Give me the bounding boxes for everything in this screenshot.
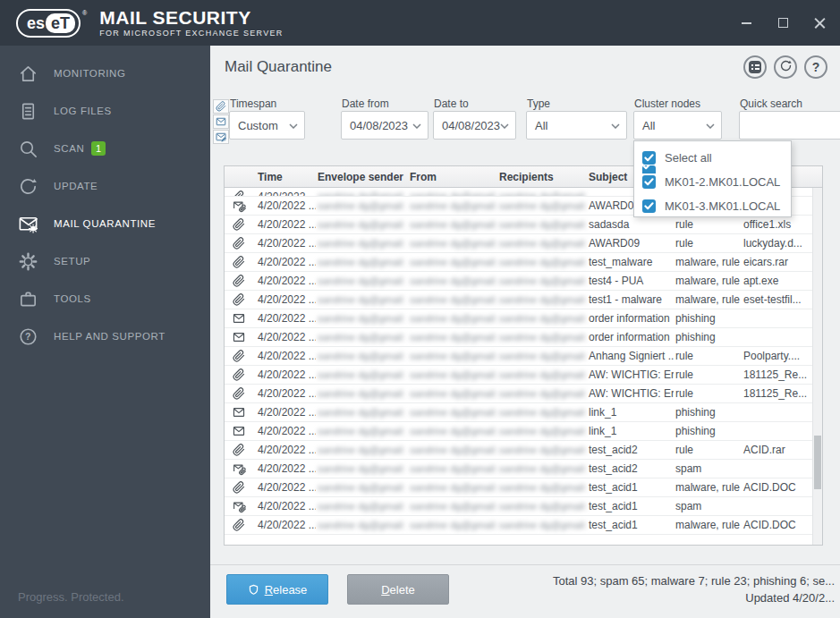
cell-reason: rule: [674, 387, 742, 400]
cluster-option-mk01-2-mk01-local[interactable]: MK01-2.MK01.LOCAL: [634, 171, 791, 192]
quick-search-input[interactable]: [739, 111, 840, 140]
quarantine-row[interactable]: 4/20/2022 ...sandrine dg@gmail:sandrine …: [225, 422, 822, 441]
cell-subject: order information: [587, 312, 674, 325]
quarantine-row[interactable]: 4/20/2022 ...sandrine dg@gmail:sandrine …: [225, 291, 822, 309]
cell-from: sandrine dg@gmail:: [408, 520, 497, 530]
column-header-recipients[interactable]: Recipients: [497, 171, 587, 183]
quarantine-row[interactable]: 4/20/2022 ...sandrine dg@gmail:sandrine …: [225, 328, 822, 347]
cluster-nodes-select[interactable]: All: [633, 111, 722, 140]
cell-time: 4/20/2022 ...: [256, 519, 316, 531]
cell-from: sandrine dg@gmail:: [408, 388, 497, 399]
refresh-button[interactable]: [774, 55, 797, 79]
sidebar-item-tools[interactable]: TOOLS: [0, 280, 210, 317]
cell-time: 4/20/2022 ...: [256, 481, 316, 494]
cell-reason: spam: [674, 462, 742, 475]
product-name: MAIL SECURITY: [99, 8, 283, 28]
logo-text-et: eT: [46, 13, 75, 33]
cluster-option-select-all[interactable]: Select all: [634, 147, 791, 168]
quarantine-status: Total 93; spam 65; malware 7; rule 23; p…: [530, 572, 835, 606]
quarantine-row[interactable]: 4/20/2022 ...sandrine dg@gmail:sandrine …: [225, 460, 822, 478]
date-to-select[interactable]: 04/08/2023: [433, 111, 516, 140]
release-button[interactable]: Release: [226, 574, 328, 605]
messages-filter[interactable]: [213, 114, 229, 129]
view-options-button[interactable]: [743, 55, 767, 79]
quarantine-row[interactable]: 4/20/2022 ...sandrine dg@gmail:sandrine …: [225, 478, 822, 497]
cluster-option-label: Select all: [665, 151, 712, 165]
sidebar-item-scan[interactable]: SCAN1: [0, 130, 210, 167]
cell-envelope-sender: sandrine dg@gmail:: [316, 190, 408, 197]
cell-subject: test4 - PUA: [587, 275, 674, 287]
type-label: Type: [527, 97, 550, 110]
quarantine-row[interactable]: 4/20/2022 ...sandrine dg@gmail:sandrine …: [225, 309, 822, 328]
main-panel: Mail Quarantine ? TimespanCustomDate fro…: [210, 46, 840, 618]
column-header-time[interactable]: Time: [256, 171, 316, 183]
help-button[interactable]: ?: [804, 55, 827, 79]
log-files-icon: [18, 101, 38, 122]
footer-divider: [210, 564, 840, 565]
cell-recipients: sandrine dg@gmail:: [497, 351, 587, 361]
cell-attachment: 181125_Re...: [742, 368, 822, 381]
sidebar-item-setup[interactable]: SETUP: [0, 242, 210, 280]
column-header-from[interactable]: From: [408, 171, 497, 183]
paperclip-icon: [225, 368, 256, 381]
quarantine-row[interactable]: 4/20/2022 ...sandrine dg@gmail:sandrine …: [225, 516, 822, 535]
timespan-label: Timespan: [230, 97, 276, 110]
sidebar-item-log-files[interactable]: LOG FILES: [0, 92, 210, 130]
table-scrollbar[interactable]: [812, 188, 822, 545]
sidebar-item-label: TOOLS: [54, 293, 91, 304]
cell-from: sandrine dg@gmail:: [408, 426, 497, 436]
cluster-option-mk01-3-mk01-local[interactable]: MK01-3.MK01.LOCAL: [634, 195, 791, 216]
maximize-icon: [778, 18, 788, 28]
column-header-envelope-sender[interactable]: Envelope sender: [316, 171, 408, 183]
sidebar-item-help-and-support[interactable]: ?HELP AND SUPPORT: [0, 317, 210, 355]
envelope-edit-icon: [216, 131, 226, 142]
cell-from: sandrine dg@gmail:: [408, 482, 497, 493]
scrollbar-thumb[interactable]: [814, 436, 821, 489]
cell-recipients: sandrine dg@gmail:: [497, 294, 587, 305]
date-to-label: Date to: [434, 97, 469, 110]
quarantine-row[interactable]: 4/20/2022 ...sandrine dg@gmail:sandrine …: [225, 253, 822, 272]
quarantine-row[interactable]: 4/20/2022 ...sandrine dg@gmail:sandrine …: [225, 366, 822, 385]
quarantine-row[interactable]: 4/20/2022 ...sandrine dg@gmail:sandrine …: [225, 234, 822, 253]
minimize-button[interactable]: [740, 17, 752, 30]
refresh-icon: [779, 59, 793, 76]
sidebar-item-label: SETUP: [54, 256, 90, 267]
quarantine-row[interactable]: 4/20/2022 ...sandrine dg@gmail:sandrine …: [225, 385, 822, 403]
cell-recipients: sandrine dg@gmail:: [497, 520, 587, 530]
timespan-select[interactable]: Custom: [229, 111, 305, 140]
cell-envelope-sender: sandrine dg@gmail:: [316, 520, 408, 530]
cell-from: sandrine dg@gmail:: [408, 351, 497, 361]
paperclip-icon: [225, 387, 256, 400]
date-from-select[interactable]: 04/08/2023: [341, 111, 428, 140]
titlebar: eseT ® MAIL SECURITY FOR MICROSOFT EXCHA…: [0, 0, 840, 46]
quarantine-row[interactable]: 4/20/2022 ...sandrine dg@gmail:sandrine …: [225, 441, 822, 460]
delete-button[interactable]: Delete: [347, 574, 449, 605]
close-button[interactable]: [813, 17, 826, 30]
cell-envelope-sender: sandrine dg@gmail:: [316, 294, 408, 305]
cell-recipients: sandrine dg@gmail:: [497, 388, 587, 399]
selected-value: 04/08/2023: [350, 119, 408, 132]
cell-from: sandrine dg@gmail:: [408, 275, 497, 286]
checkbox-checked[interactable]: [642, 175, 656, 189]
quarantine-row[interactable]: 4/20/2022 ...sandrine dg@gmail:sandrine …: [225, 403, 822, 422]
maximize-button[interactable]: [776, 17, 789, 30]
sidebar-item-monitoring[interactable]: MONITORING: [0, 55, 210, 92]
paperclip-icon: [225, 519, 256, 531]
cell-recipients: sandrine dg@gmail:: [497, 482, 587, 493]
release-button-label: Release: [265, 583, 308, 597]
logo-text-es: es: [27, 15, 45, 31]
messages-attachments-filter[interactable]: [213, 130, 229, 144]
quarantine-row[interactable]: 4/20/2022 ...sandrine dg@gmail:sandrine …: [225, 497, 822, 516]
attachments-filter[interactable]: [213, 99, 229, 114]
checkbox-checked[interactable]: [642, 151, 656, 165]
type-select[interactable]: All: [526, 111, 627, 140]
quarantine-row[interactable]: 4/20/2022 ...sandrine dg@gmail:sandrine …: [225, 216, 822, 234]
cell-attachment: 181125_Re...: [742, 387, 822, 400]
quarantine-row[interactable]: 4/20/2022 ...sandrine dg@gmail:sandrine …: [225, 347, 822, 366]
sidebar-item-update[interactable]: UPDATE: [0, 167, 210, 205]
sidebar-item-mail-quarantine[interactable]: MAIL QUARANTINE: [0, 205, 210, 242]
quarantine-row[interactable]: 4/20/2022 ...sandrine dg@gmail:sandrine …: [225, 272, 822, 291]
cell-reason: malware, rule: [674, 275, 742, 287]
mail-quarantine-icon: [18, 214, 38, 234]
checkbox-checked[interactable]: [642, 199, 656, 213]
